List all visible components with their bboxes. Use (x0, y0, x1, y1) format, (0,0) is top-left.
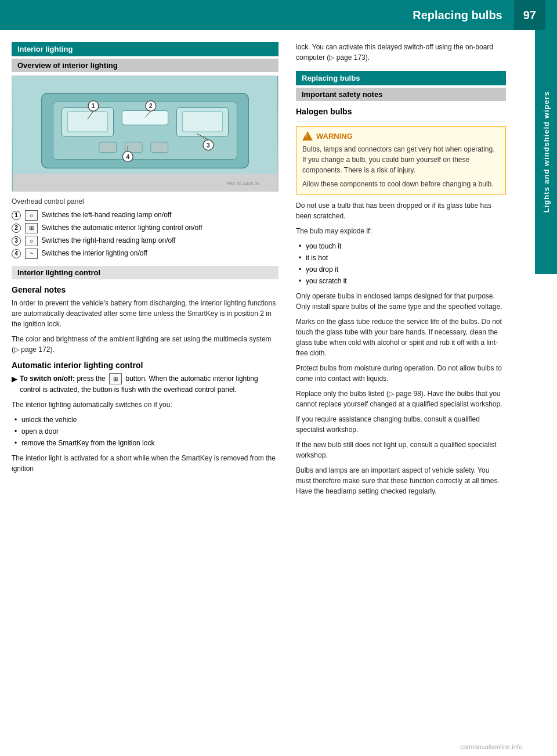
icon-lamp-right: ☼ (25, 236, 38, 246)
list-item: 3 ☼ Switches the right-hand reading lamp… (12, 236, 278, 246)
left-column: Interior lighting Overview of interior l… (12, 42, 278, 501)
enclosed-text: Only operate bulbs in enclosed lamps des… (296, 291, 506, 312)
item-number-2: 2 (12, 224, 21, 233)
warning-box: WARNING Bulbs, lamps and connectors can … (296, 126, 506, 195)
ambient-text: The color and brightness of the ambient … (12, 334, 278, 355)
sidebar-label: Lights and windshield wipers (542, 91, 551, 213)
explode-bullet-1: you touch it (299, 241, 506, 251)
overhead-label: Overhead control panel (12, 197, 278, 206)
dropped-text: Do not use a bulb that has been dropped … (296, 200, 506, 221)
svg-rect-5 (122, 110, 168, 125)
header-title: Replacing bulbs (413, 9, 502, 22)
icon-interior-light: ~ (25, 249, 38, 259)
main-content: Interior lighting Overview of interior l… (0, 30, 535, 513)
switch-on-item: ▶ To switch on/off: press the ⊞ button. … (12, 373, 278, 395)
replacing-bulbs-header: Replacing bulbs (296, 71, 506, 85)
auto-bullets-list: unlock the vehicle open a door remove th… (12, 415, 278, 448)
lock-text: lock. You can activate this delayed swit… (296, 42, 506, 63)
general-notes-title: General notes (12, 285, 278, 294)
new-bulb-text: If the new bulb still does not light up,… (296, 440, 506, 460)
replace-text: Replace only the bulbs listed (▷ page 98… (296, 388, 506, 409)
list-item: 2 ⊞ Switches the automatic interior ligh… (12, 223, 278, 233)
explode-bullet-4: you scratch it (299, 276, 506, 286)
svg-text:4: 4 (126, 153, 129, 160)
bullet-item-2: open a door (15, 426, 278, 437)
svg-text:2: 2 (149, 102, 153, 109)
icon-auto-light: ⊞ (25, 223, 38, 233)
item-number-4: 4 (12, 249, 21, 258)
svg-text:1: 1 (92, 102, 95, 109)
warning-title: WARNING (316, 132, 353, 141)
explode-bullets-list: you touch it it is hot you drop it you s… (296, 241, 506, 286)
list-item: 1 ☼ Switches the left-hand reading lamp … (12, 210, 278, 221)
bullet-item-1: unlock the vehicle (15, 415, 278, 425)
list-item: 4 ~ Switches the interior lighting on/of… (12, 249, 278, 259)
warning-header: WARNING (302, 131, 500, 141)
icon-lamp-left: ☼ (25, 210, 38, 221)
svg-rect-4 (67, 111, 107, 132)
bullet-item-3: remove the SmartKey from the ignition lo… (15, 438, 278, 448)
car-interior-image: 1 2 3 4 P82.70-4445-31 (12, 75, 278, 192)
general-notes-text: In order to prevent the vehicle's batter… (12, 298, 278, 329)
warning-triangle-icon (302, 131, 313, 141)
numbered-items-list: 1 ☼ Switches the left-hand reading lamp … (12, 210, 278, 259)
auto-switches-text: The interior lighting automatically swit… (12, 399, 278, 410)
divider-1 (296, 121, 506, 121)
item-number-1: 1 (12, 211, 21, 220)
watermark: carmanualsonline.info (460, 743, 522, 750)
important-safety-header: Important safety notes (296, 88, 506, 101)
switch-on-label: To switch on/off: (20, 375, 75, 383)
arrow-symbol: ▶ (12, 374, 17, 384)
halogen-title: Halogen bulbs (296, 107, 506, 116)
sidebar-tab: Lights and windshield wipers (535, 30, 557, 274)
explode-bullet-3: you drop it (299, 264, 506, 275)
interior-lighting-header: Interior lighting (12, 42, 278, 56)
short-while-text: The interior light is activated for a sh… (12, 453, 278, 474)
explode-bullet-2: it is hot (299, 253, 506, 263)
svg-text:3: 3 (207, 142, 210, 149)
svg-rect-7 (182, 111, 222, 132)
warning-line-1: Bulbs, lamps and connectors can get very… (302, 144, 500, 175)
marks-text: Marks on the glass tube reduce the servi… (296, 316, 506, 358)
svg-rect-10 (151, 142, 168, 153)
page-number: 97 (514, 0, 545, 30)
header-bar: Replacing bulbs 97 (0, 0, 557, 30)
explode-text: The bulb may explode if: (296, 226, 506, 236)
right-column: lock. You can activate this delayed swit… (290, 42, 506, 501)
interior-lighting-control-header: Interior lighting control (12, 266, 278, 279)
auto-control-title: Automatic interior lighting control (12, 361, 278, 370)
protect-text: Protect bulbs from moisture during opera… (296, 363, 506, 384)
warning-line-2: Allow these components to cool down befo… (302, 179, 500, 189)
icon-switch-on: ⊞ (109, 373, 122, 384)
svg-rect-8 (99, 142, 117, 153)
svg-text:P82.70-4445-31: P82.70-4445-31 (227, 181, 260, 186)
item-number-3: 3 (12, 236, 21, 246)
important-text: Bulbs and lamps are an important aspect … (296, 465, 506, 496)
overview-header: Overview of interior lighting (12, 59, 278, 72)
assistance-text: If you require assistance changing bulbs… (296, 414, 506, 435)
